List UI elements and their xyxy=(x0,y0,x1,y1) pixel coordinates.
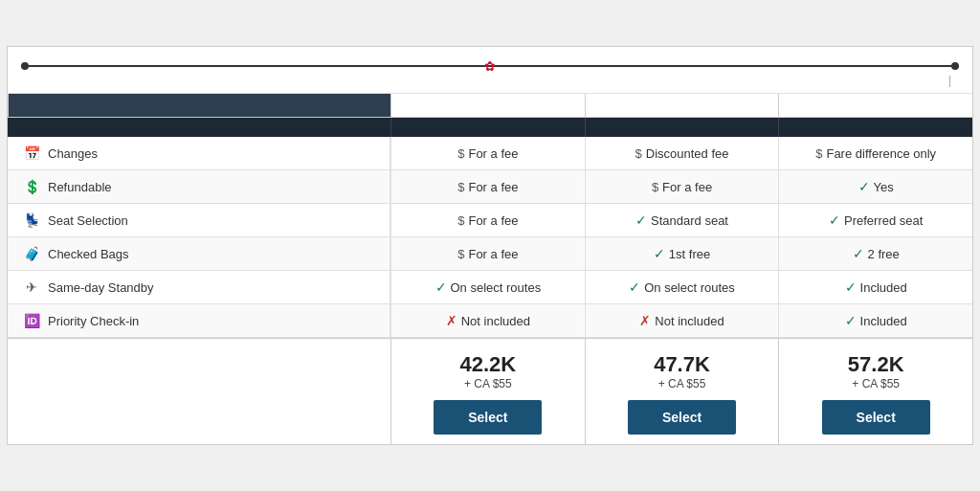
route-dot-right xyxy=(951,62,959,70)
feature-name-cell: 🆔 Priority Check-in xyxy=(8,304,390,337)
col-headers-row xyxy=(8,118,972,137)
check-icon: ✓ xyxy=(858,179,870,194)
fare-cell-text: Included xyxy=(860,280,907,295)
fare-header-flex xyxy=(585,94,779,117)
fare-cell: ✓On select routes xyxy=(585,271,779,303)
fare-cell-text: Not included xyxy=(655,314,724,328)
fare-header-latitude xyxy=(778,94,972,117)
feature-name-cell: 🧳 Checked Bags xyxy=(8,237,390,270)
select-button-0[interactable]: Select xyxy=(434,400,542,435)
dollar-icon: $ xyxy=(457,213,464,228)
pipe-divider: | xyxy=(948,74,951,87)
feature-row: 🆔 Priority Check-in ✗Not included ✗Not i… xyxy=(8,304,972,338)
cross-icon: ✗ xyxy=(639,313,651,328)
feature-row: 📅 Changes $For a fee $Discounted fee $Fa… xyxy=(8,137,972,170)
fare-cell: $For a fee xyxy=(390,204,585,236)
pricing-points: 42.2K xyxy=(399,352,577,377)
fare-cell: ✗Not included xyxy=(585,304,779,337)
feature-icon: ✈ xyxy=(23,279,40,295)
fare-cell-text: For a fee xyxy=(662,180,712,194)
col-header-standard xyxy=(390,118,585,137)
feature-name-cell: 💲 Refundable xyxy=(8,170,390,203)
route-dot-left xyxy=(21,62,29,70)
col-header-latitude xyxy=(778,118,972,137)
col-header-flex xyxy=(585,118,779,137)
pricing-cell-2: 57.2K + CA $55 Select xyxy=(778,339,972,444)
feature-icon: 📅 xyxy=(23,145,40,161)
features-table: 📅 Changes $For a fee $Discounted fee $Fa… xyxy=(8,137,972,338)
feature-name: Same-day Standby xyxy=(48,280,154,295)
pricing-points: 57.2K xyxy=(787,352,965,377)
maple-leaf-icon: ✿ xyxy=(484,59,496,73)
feature-name: Seat Selection xyxy=(48,213,128,228)
fare-cell-text: Not included xyxy=(461,314,530,328)
check-icon: ✓ xyxy=(629,279,640,295)
feature-name-cell: ✈ Same-day Standby xyxy=(8,271,390,303)
select-button-2[interactable]: Select xyxy=(822,400,930,435)
feature-row: 💲 Refundable $For a fee $For a fee ✓Yes xyxy=(8,170,972,204)
feature-icon: 💺 xyxy=(23,212,40,228)
fare-cell-text: On select routes xyxy=(451,280,542,295)
fare-cell-text: Discounted fee xyxy=(646,146,729,161)
features-col-header xyxy=(8,118,390,137)
fare-header-row xyxy=(8,94,972,118)
fare-cell: $For a fee xyxy=(390,170,585,203)
fare-cell: $Discounted fee xyxy=(585,137,779,169)
fare-cell-text: For a fee xyxy=(468,213,518,228)
fare-cell: ✓Included xyxy=(778,271,972,303)
check-icon: ✓ xyxy=(654,246,665,261)
dollar-icon: $ xyxy=(815,146,822,161)
select-fare-header xyxy=(8,94,390,117)
fare-cell: ✓Standard seat xyxy=(585,204,779,236)
feature-name: Changes xyxy=(48,146,98,161)
pricing-sub: + CA $55 xyxy=(787,377,965,391)
links-row: | xyxy=(21,74,959,87)
feature-name: Refundable xyxy=(48,180,112,194)
dollar-icon: $ xyxy=(457,180,464,194)
fare-cell-text: Standard seat xyxy=(651,213,728,228)
fare-cell: $Fare difference only xyxy=(778,137,972,169)
dollar-icon: $ xyxy=(652,180,658,194)
select-button-1[interactable]: Select xyxy=(628,400,736,435)
fare-cell: ✓1st free xyxy=(585,237,779,270)
fare-cell-text: 1st free xyxy=(669,247,710,261)
fare-cell-text: Fare difference only xyxy=(826,146,936,161)
pricing-sub: + CA $55 xyxy=(399,377,577,391)
fare-cell: $For a fee xyxy=(390,237,585,270)
feature-name: Priority Check-in xyxy=(48,314,139,328)
pricing-empty xyxy=(8,339,390,444)
fare-cell-text: Included xyxy=(860,314,907,328)
dollar-icon: $ xyxy=(457,247,464,261)
check-icon: ✓ xyxy=(853,246,864,261)
check-icon: ✓ xyxy=(635,212,647,228)
fare-cell: ✓On select routes xyxy=(390,271,585,303)
fare-cell-text: For a fee xyxy=(468,180,518,194)
pricing-sub: + CA $55 xyxy=(593,377,771,391)
feature-row: 🧳 Checked Bags $For a fee ✓1st free ✓2 f… xyxy=(8,237,972,271)
route-progress-bar: ✿ xyxy=(21,62,959,70)
route-dot-mid: ✿ xyxy=(483,59,497,73)
fare-cell: ✓Yes xyxy=(778,170,972,203)
fare-cell-text: 2 free xyxy=(868,247,900,261)
dollar-icon: $ xyxy=(635,146,642,161)
feature-name: Checked Bags xyxy=(48,247,129,261)
fare-cell-text: Preferred seat xyxy=(844,213,923,228)
check-icon: ✓ xyxy=(829,212,840,228)
pricing-points: 47.7K xyxy=(593,352,771,377)
fare-cell: $For a fee xyxy=(585,170,779,203)
feature-row: 💺 Seat Selection $For a fee ✓Standard se… xyxy=(8,204,972,237)
flight-fare-container: ✿ | xyxy=(7,46,973,445)
fare-cell-text: On select routes xyxy=(644,280,735,295)
cross-icon: ✗ xyxy=(446,313,457,328)
feature-icon: 💲 xyxy=(23,179,40,194)
dollar-icon: $ xyxy=(457,146,464,161)
check-icon: ✓ xyxy=(435,279,447,295)
flight-times: ✿ | xyxy=(21,56,959,87)
fare-header-standard xyxy=(390,94,585,117)
pricing-cell-1: 47.7K + CA $55 Select xyxy=(585,339,779,444)
fare-cell: ✓2 free xyxy=(778,237,972,270)
feature-icon: 🧳 xyxy=(23,246,40,261)
check-icon: ✓ xyxy=(845,313,857,328)
feature-row: ✈ Same-day Standby ✓On select routes ✓On… xyxy=(8,271,972,304)
feature-name-cell: 💺 Seat Selection xyxy=(8,204,390,236)
